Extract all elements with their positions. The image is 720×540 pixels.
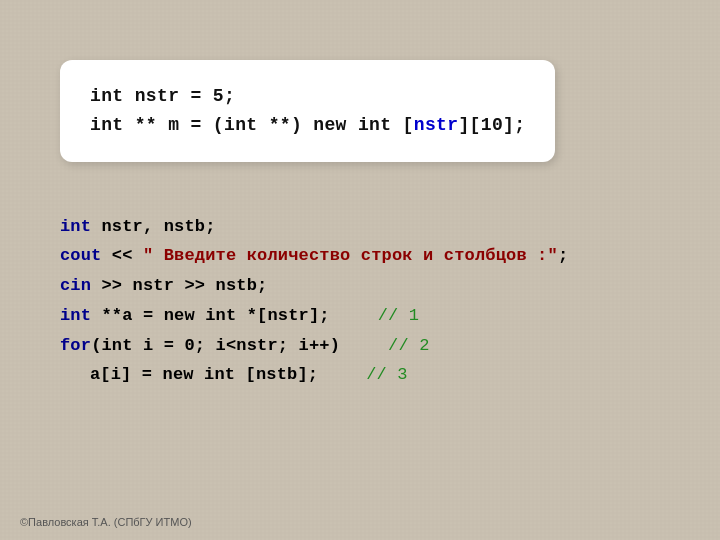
box-bracket-close: ][10]; [458,115,525,135]
main-line-2: cout << " Введите количество строк и сто… [60,241,660,271]
main-line-6: a[i] = new int [nstb];// 3 [90,360,660,390]
box-line-1: int nstr = 5; [90,82,525,111]
box-bracket-open: [ [391,115,413,135]
box-op1: ** m = ( [124,115,224,135]
main-kw-cout: cout [60,246,102,265]
main-line-3: cin >> nstr >> nstb; [60,271,660,301]
main-cout-rest: << " Введите количество строк и столбцов… [102,246,569,265]
main-line-1: int nstr, nstb; [60,212,660,242]
box-kw-int-4: int [358,115,392,135]
main-comment-1: // 1 [378,306,420,325]
footer-text: ©Павловская Т.А. (СПбГУ ИТМО) [20,516,192,528]
box-op2: **) [257,115,313,135]
box-kw-int-3: int [224,115,258,135]
main-array-decl: **a = new int *[nstr]; [91,306,330,325]
code-box: int nstr = 5; int ** m = (int **) new in… [60,60,555,162]
box-kw-int-1: int [90,86,124,106]
main-line-5: for(int i = 0; i<nstr; i++)// 2 [60,331,660,361]
main-kw-int-2: int [60,306,91,325]
main-comment-3: // 3 [366,365,408,384]
main-comment-2: // 2 [388,336,430,355]
main-line-4: int **a = new int *[nstr];// 1 [60,301,660,331]
main-kw-for: for [60,336,91,355]
box-line-2: int ** m = (int **) new int [nstr][10]; [90,111,525,140]
main-kw-cin: cin [60,276,91,295]
content-wrapper: int nstr = 5; int ** m = (int **) new in… [0,0,720,410]
main-nstr-nstb: nstr, nstb; [91,217,215,236]
main-for-rest: (int i = 0; i<nstr; i++) [91,336,340,355]
main-kw-int-1: int [60,217,91,236]
box-op3 [347,115,358,135]
main-cin-rest: >> nstr >> nstb; [91,276,267,295]
box-var-nstr: nstr [414,115,459,135]
main-ai-decl: a[i] = new int [nstb]; [90,365,318,384]
box-nstr-decl: nstr = 5; [124,86,236,106]
box-kw-int-2: int [90,115,124,135]
box-kw-new: new [313,115,347,135]
main-code-section: int nstr, nstb; cout << " Введите количе… [60,212,660,391]
